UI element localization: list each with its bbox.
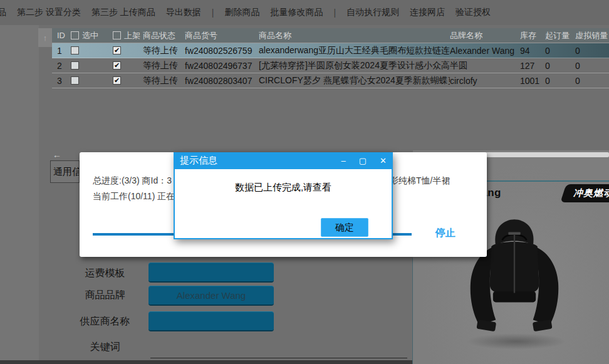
header-brand[interactable]: 品牌名称 [450,30,520,41]
header-selected-label: 选中 [82,30,98,41]
header-id[interactable]: ID [52,31,71,40]
cell-id: 3 [52,76,71,86]
cell-sku: fw240802526759 [185,46,259,56]
cell-virtual-sales: 0 [575,46,609,56]
keywords-label: 关键词 [60,341,150,354]
toolbar: 品 第二步 设置分类 第三步 上传商品 导出数据 | 删除商品 批量修改商品 |… [0,0,609,25]
cell-moq: 0 [545,76,575,86]
menu-separator: | [212,8,214,18]
header-name[interactable]: 商品名称 [259,30,450,41]
menu-item-auto-rules[interactable]: 自动执行规则 [346,7,399,18]
keywords-input[interactable] [150,358,407,358]
cell-virtual-sales: 0 [575,76,609,86]
back-arrow-icon[interactable]: ← [53,150,61,160]
cell-sku: fw240802496737 [185,61,259,71]
header-moq[interactable]: 起订量 [545,30,575,41]
brand-input[interactable]: Alexander Wang [148,286,274,306]
header-stock[interactable]: 库存 [520,30,545,41]
row-listed-checkbox[interactable]: ✔ [113,46,121,55]
message-dialog: 提示信息 – ▢ ✕ 数据已上传完成,请查看 确定 [174,152,393,239]
table-row[interactable]: 2 ✔ 等待上传 fw240802496737 [尤莱特穿搭]半圆原创女装202… [52,58,609,73]
shipping-template-label: 运费模板 [60,267,150,280]
dialog-message: 数据已上传完成,请查看 [175,182,392,194]
menu-item-export-data[interactable]: 导出数据 [166,7,201,18]
cell-status: 等待上传 [143,45,185,56]
row-listed-checkbox[interactable]: ✔ [113,61,121,70]
cell-id: 1 [52,46,71,56]
row-select-checkbox[interactable] [71,76,79,85]
menu-item[interactable]: 品 [0,7,6,18]
ok-button[interactable]: 确定 [321,218,368,237]
header-sku[interactable]: 商品货号 [185,30,259,41]
bottom-edge [0,360,412,364]
cell-virtual-sales: 0 [575,61,609,71]
checkbox-icon[interactable] [113,31,121,39]
cell-name: alexanderwang亚历山大王经典毛圈布短款拉链连 [259,45,450,56]
menu-item-verify-auth[interactable]: 验证授权 [455,7,491,18]
cell-moq: 0 [545,61,575,71]
cell-brand: circlofy [450,76,520,86]
supplier-label: 供应商名称 [60,315,150,328]
stop-link[interactable]: 停止 [435,227,455,240]
shipping-template-input[interactable] [148,263,274,283]
menu-item-upload-products[interactable]: 第三步 上传商品 [91,7,155,18]
cell-moq: 0 [545,46,575,56]
table-row[interactable]: 3 ✔ 等待上传 fw240802803407 CIRCLOFY瑟夕 燕尾蝶背心… [52,73,609,88]
maximize-icon[interactable]: ▢ [359,157,367,165]
cell-stock: 94 [520,46,545,56]
cell-stock: 127 [520,61,545,71]
cell-status: 等待上传 [143,60,185,71]
header-selected[interactable]: 选中 [71,30,113,41]
header-status[interactable]: 商品状态 [143,30,185,41]
product-table: ID 选中 上架 商品状态 商品货号 商品名称 品牌名称 库存 起订量 虚拟销量… [52,28,609,88]
cell-status: 等待上传 [143,75,185,86]
row-select-checkbox[interactable] [71,46,79,55]
cell-brand: 半圆 [450,60,520,71]
menu-item-batch-edit[interactable]: 批量修改商品 [270,7,323,18]
dialog-title: 提示信息 [180,155,217,167]
tab-general-info[interactable]: 通用信息 [50,160,80,183]
header-listed-label: 上架 [124,30,140,41]
row-select-checkbox[interactable] [71,61,79,70]
minimize-icon[interactable]: – [341,157,346,165]
cell-sku: fw240802803407 [185,76,259,86]
close-icon[interactable]: ✕ [380,157,387,165]
cell-stock: 1001 [520,76,545,86]
cell-id: 2 [52,61,71,71]
menu-item-connect-store[interactable]: 连接网店 [410,7,445,18]
checkbox-icon[interactable] [71,31,79,39]
cell-brand: Alexander Wang [450,46,520,56]
promo-badge: 冲奥燃动 [560,184,609,202]
menu-separator: | [333,8,336,18]
table-header-row: ID 选中 上架 商品状态 商品货号 商品名称 品牌名称 库存 起订量 虚拟销量 [52,28,609,43]
promo-badge-label: 冲奥燃动 [573,187,609,199]
supplier-input[interactable] [148,311,274,331]
progress-current-text: 当前工作(10/11) 正在上 [93,191,184,202]
progress-total-text: 总进度:(3/3) 商Id：3 商 [93,175,183,187]
header-virtual-sales[interactable]: 虚拟销量 [575,30,609,41]
up-arrow-icon: ↑ [43,33,48,43]
dialog-body: 数据已上传完成,请查看 确定 [174,169,393,239]
cell-name: CIRCLOFY瑟夕 燕尾蝶背心女2024夏季新款蝴蝶剪 [259,75,450,86]
header-listed[interactable]: 上架 [113,30,143,41]
cell-name: [尤莱特穿搭]半圆原创女装2024夏季设计感小众高 [259,60,450,71]
table-row[interactable]: 1 ✔ 等待上传 fw240802526759 alexanderwang亚历山… [52,43,609,58]
left-panel [0,25,39,364]
menu-item-set-category[interactable]: 第二步 设置分类 [17,7,81,18]
progress-total-text-tail: 影纯棉T恤/半裙 [390,175,450,187]
scroll-up-button[interactable]: ↑ [38,28,52,47]
row-listed-checkbox[interactable]: ✔ [113,76,121,85]
menu-item-delete-products[interactable]: 删除商品 [224,7,259,18]
brand-label: 商品品牌 [60,289,150,302]
